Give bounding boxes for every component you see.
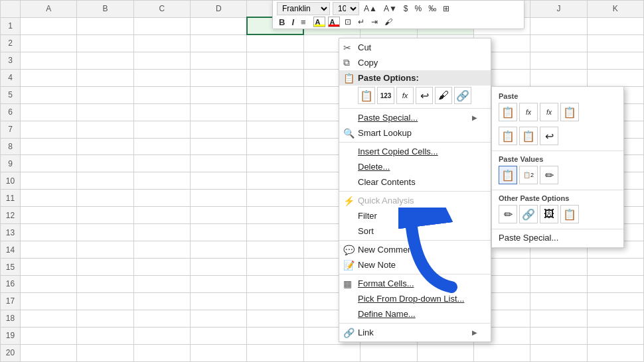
submenu-paste-special-btn[interactable]: Paste Special...: [492, 231, 623, 245]
separator-5: [339, 274, 491, 274]
submenu-paste-icons-row1: 📋 fx fx 📋: [492, 101, 623, 125]
toolbar-row1: Franklin 10 A▲ A▼ $ % ‰ ⊞: [277, 2, 520, 15]
separator-3: [339, 191, 491, 192]
ctx-quick-analysis-label: Quick Analysis: [358, 196, 414, 206]
ctx-link[interactable]: 🔗 Link ▶: [339, 325, 491, 340]
ctx-paste-special-label: Paste Special...: [358, 113, 418, 123]
indent-icon[interactable]: ⇥: [369, 17, 380, 27]
row-20: 20: [1, 344, 644, 361]
align-button[interactable]: ≡: [299, 17, 308, 27]
context-menu: ✂ Cut ⧉ Copy 📋 Paste Options: 📋 123 fx ↩…: [339, 38, 491, 342]
paste-btn-1[interactable]: 📋: [358, 87, 375, 104]
submenu-values-btn-1[interactable]: 📋: [499, 166, 517, 184]
submenu-paste-btn-5[interactable]: 📋: [499, 127, 517, 145]
submenu-other-icons-row: ✏ 🔗 🖼 📋: [492, 204, 623, 227]
paint-bucket-icon[interactable]: 🖌: [382, 17, 394, 27]
submenu-values-btn-3[interactable]: ✏: [540, 166, 558, 184]
ctx-filter-label: Filter: [358, 211, 377, 221]
comma-icon[interactable]: ‰: [426, 3, 438, 14]
link-icon: 🔗: [343, 328, 355, 338]
submenu-other-btn-1[interactable]: ✏: [499, 205, 517, 223]
ctx-insert-copied[interactable]: Insert Copied Cells...: [339, 144, 491, 159]
font-size-select[interactable]: 10: [333, 2, 359, 15]
italic-button[interactable]: I: [289, 17, 296, 27]
submenu-paste-btn-1[interactable]: 📋: [499, 103, 517, 121]
separator-4: [339, 240, 491, 241]
submenu-paste-btn-4[interactable]: 📋: [560, 103, 579, 121]
merge-icon[interactable]: ⊡: [343, 17, 353, 27]
paste-btn-3[interactable]: fx: [396, 87, 414, 104]
ctx-paste-special[interactable]: Paste Special... ▶: [339, 110, 491, 125]
bold-button[interactable]: B: [277, 17, 287, 27]
copy-icon: ⧉: [343, 57, 350, 68]
percent-icon[interactable]: %: [412, 3, 424, 14]
col-B: B: [77, 1, 133, 18]
ctx-sort[interactable]: Sort: [339, 223, 491, 239]
smart-lookup-icon: 🔍: [343, 128, 355, 139]
wrap-icon[interactable]: ↵: [356, 17, 366, 27]
ctx-copy[interactable]: ⧉ Copy: [339, 55, 491, 70]
ctx-sort-label: Sort: [358, 226, 374, 236]
ctx-quick-analysis: ⚡ Quick Analysis: [339, 193, 491, 208]
ctx-copy-label: Copy: [358, 58, 378, 68]
font-name-select[interactable]: Franklin: [277, 2, 330, 15]
col-K: K: [587, 1, 643, 18]
format-cells-icon: ▦: [343, 278, 352, 289]
new-note-icon: 📝: [343, 260, 355, 271]
ctx-format-cells[interactable]: ▦ Format Cells...: [339, 276, 491, 291]
ctx-delete-label: Delete...: [358, 162, 390, 172]
row-3: 3: [1, 52, 644, 69]
ctx-insert-copied-label: Insert Copied Cells...: [358, 147, 438, 156]
submenu-paste-btn-3[interactable]: fx: [540, 103, 558, 121]
submenu-other-btn-4[interactable]: 📋: [560, 205, 579, 223]
submenu-paste-btn-7[interactable]: ↩: [540, 127, 558, 145]
submenu-paste-btn-6[interactable]: 📋: [519, 127, 538, 145]
ctx-define-name[interactable]: Define Name...: [339, 306, 491, 322]
submenu-paste-icons-row2: 📋 📋 ↩: [492, 125, 623, 149]
paste-btn-6[interactable]: 🔗: [454, 87, 471, 104]
ctx-filter[interactable]: Filter: [339, 208, 491, 223]
submenu-paste-btn-2[interactable]: fx: [519, 103, 538, 121]
separator-1: [339, 108, 491, 109]
fill-color-button[interactable]: A: [313, 17, 325, 27]
ctx-new-comment[interactable]: 💬 New Comment: [339, 242, 491, 257]
submenu-values-btn-2[interactable]: 📋2: [519, 166, 538, 184]
ctx-clear-contents[interactable]: Clear Contents: [339, 174, 491, 190]
ctx-cut[interactable]: ✂ Cut: [339, 40, 491, 55]
mini-toolbar: Franklin 10 A▲ A▼ $ % ‰ ⊞ B I ≡ A A ⊡: [272, 0, 524, 29]
paste-btn-4[interactable]: ↩: [416, 87, 433, 104]
ctx-paste-options: 📋 Paste Options:: [339, 70, 491, 86]
ctx-link-label: Link: [358, 328, 374, 337]
submenu-sep-2: [492, 190, 623, 190]
row-2: 2: [1, 34, 644, 52]
separator-6: [339, 323, 491, 324]
increase-font-icon[interactable]: A▲: [362, 3, 379, 14]
separator-2: [339, 142, 491, 143]
paste-btn-2[interactable]: 123: [377, 87, 394, 104]
border-icon[interactable]: ⊞: [441, 3, 451, 14]
font-color-button[interactable]: A: [328, 17, 340, 27]
decrease-font-icon[interactable]: A▼: [382, 3, 399, 14]
corner-cell: [1, 1, 21, 18]
ctx-pick-dropdown-label: Pick From Drop-down List...: [358, 294, 464, 304]
currency-icon[interactable]: $: [402, 3, 410, 14]
submenu-other-btn-2[interactable]: 🔗: [519, 205, 538, 223]
toolbar-row2: B I ≡ A A ⊡ ↵ ⇥ 🖌: [277, 17, 520, 27]
link-arrow: ▶: [472, 329, 477, 336]
submenu-paste-values-title: Paste Values: [492, 152, 623, 164]
ctx-paste-options-label: Paste Options:: [358, 73, 419, 83]
spreadsheet: A B C D E F G H I J K 1 2: [0, 0, 644, 362]
submenu-paste-title: Paste: [492, 90, 623, 101]
submenu-sep-1: [492, 151, 623, 151]
ctx-new-note-label: New Note: [358, 260, 396, 270]
ctx-delete[interactable]: Delete...: [339, 159, 491, 174]
row-19: 19: [1, 327, 644, 344]
paste-icons-row: 📋 123 fx ↩ 🖌 🔗: [339, 86, 491, 107]
ctx-define-name-label: Define Name...: [358, 309, 416, 319]
paste-btn-5[interactable]: 🖌: [435, 87, 452, 104]
ctx-pick-dropdown[interactable]: Pick From Drop-down List...: [339, 291, 491, 306]
ctx-smart-lookup[interactable]: 🔍 Smart Lookup: [339, 125, 491, 141]
submenu-other-btn-3[interactable]: 🖼: [540, 205, 558, 223]
ctx-new-note[interactable]: 📝 New Note: [339, 257, 491, 272]
col-A: A: [21, 1, 77, 18]
